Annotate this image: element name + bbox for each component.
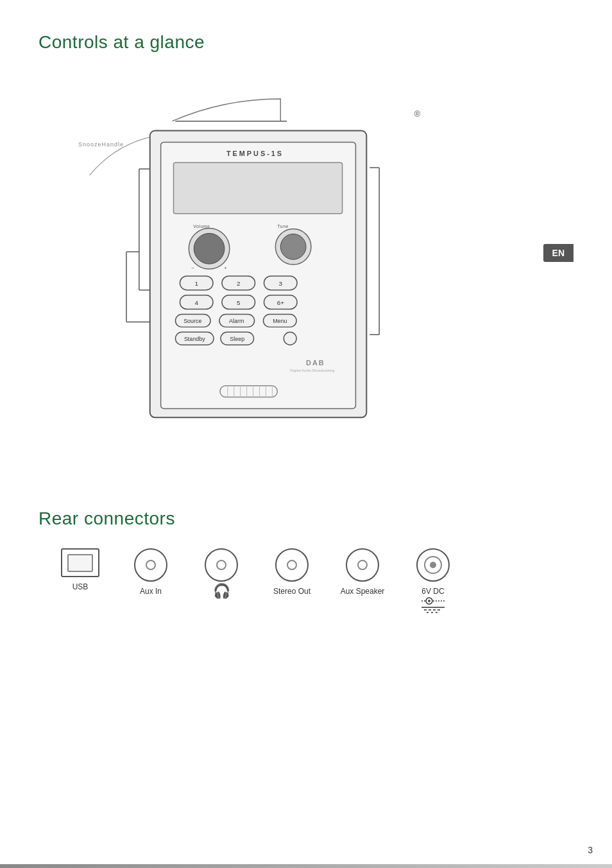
svg-text:Digital Audio Broadcasting: Digital Audio Broadcasting: [290, 369, 334, 372]
usb-inner: [67, 554, 93, 572]
aux-in-dot: [146, 560, 156, 570]
page-number: 3: [588, 845, 593, 855]
svg-point-21: [275, 229, 311, 265]
en-badge: EN: [543, 244, 574, 262]
svg-rect-37: [219, 315, 255, 327]
svg-text:Menu: Menu: [273, 318, 287, 324]
svg-rect-11: [150, 131, 367, 418]
svg-text:4: 4: [194, 299, 198, 306]
svg-point-17: [194, 233, 225, 264]
connector-aux-in: Aux In: [115, 548, 186, 596]
power-polarity-symbol: [420, 596, 446, 616]
stereo-out-icon: [275, 548, 309, 582]
aux-speaker-dot: [357, 560, 368, 570]
svg-rect-35: [175, 315, 210, 327]
headphone-symbol-icon: 🎧: [213, 583, 230, 600]
power-ring: [424, 556, 442, 574]
controls-title: Controls at a glance: [38, 32, 574, 53]
connectors-row: USB Aux In 🎧: [38, 548, 574, 616]
bottom-bar: [0, 864, 612, 868]
power-dot: [430, 562, 436, 568]
connector-headphone: 🎧: [186, 548, 257, 605]
aux-speaker-label: Aux Speaker: [341, 587, 385, 596]
svg-text:Standby: Standby: [184, 336, 205, 342]
power-voltage-label: 6V DC: [421, 587, 444, 596]
power-label-area: 6V DC: [420, 587, 446, 616]
svg-text:DAB: DAB: [306, 359, 325, 367]
snooze-label: SnoozeHandle: [78, 141, 124, 148]
svg-text:−: −: [191, 265, 194, 271]
headphone-dot: [216, 560, 226, 570]
svg-point-22: [280, 234, 306, 259]
svg-text:®: ®: [414, 109, 421, 119]
aux-in-label: Aux In: [140, 587, 162, 596]
svg-text:3: 3: [279, 280, 283, 287]
controls-section: Controls at a glance ®: [38, 32, 574, 470]
headphone-jack-icon: [205, 548, 238, 582]
svg-text:+: +: [224, 265, 227, 271]
stereo-out-label: Stereo Out: [273, 587, 310, 596]
svg-rect-43: [221, 332, 254, 345]
svg-rect-31: [222, 295, 255, 309]
svg-text:Source: Source: [183, 318, 201, 324]
power-icon: [416, 548, 450, 582]
svg-rect-41: [175, 332, 214, 345]
svg-text:6+: 6+: [277, 299, 285, 306]
aux-speaker-icon: [346, 548, 379, 582]
svg-text:1: 1: [194, 280, 198, 287]
svg-text:Volume: Volume: [193, 224, 210, 229]
connector-stereo-out: Stereo Out: [257, 548, 327, 596]
aux-in-icon: [134, 548, 167, 582]
svg-text:Tune: Tune: [277, 224, 289, 229]
svg-text:Alarm: Alarm: [229, 318, 244, 324]
usb-icon: [61, 548, 99, 577]
svg-rect-39: [263, 315, 296, 327]
svg-rect-12: [161, 142, 356, 408]
svg-rect-27: [264, 276, 297, 290]
connector-power: 6V DC: [398, 548, 468, 616]
svg-rect-14: [173, 162, 342, 213]
svg-rect-33: [264, 295, 297, 309]
stereo-out-dot: [287, 560, 297, 570]
rear-connectors-section: Rear connectors USB Aux In: [38, 508, 574, 616]
svg-rect-25: [222, 276, 255, 290]
connector-aux-speaker: Aux Speaker: [327, 548, 398, 596]
svg-rect-48: [220, 386, 277, 397]
svg-text:5: 5: [237, 299, 241, 306]
controls-diagram: ® TEMPUS-1S: [38, 72, 574, 470]
svg-point-45: [284, 332, 296, 345]
svg-text:Sleep: Sleep: [230, 336, 244, 342]
svg-text:2: 2: [237, 280, 241, 287]
svg-point-16: [189, 228, 230, 269]
rear-title: Rear connectors: [38, 508, 574, 529]
headphone-wrapper: 🎧: [205, 548, 238, 600]
svg-text:TEMPUS-1S: TEMPUS-1S: [226, 150, 284, 157]
usb-label: USB: [72, 582, 89, 591]
connector-usb: USB: [45, 548, 115, 591]
svg-rect-29: [180, 295, 213, 309]
svg-rect-23: [180, 276, 213, 290]
